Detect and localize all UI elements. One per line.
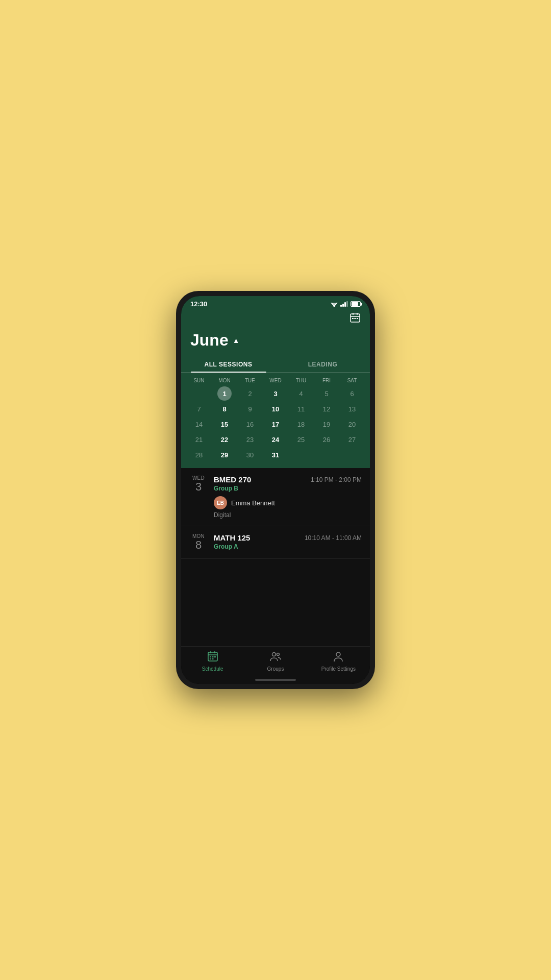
tutor-row: EB Emma Bennett [214,496,362,509]
svg-rect-19 [212,658,213,659]
svg-point-21 [277,653,279,656]
calendar-section: June ▲ ALL SESSIONS LEADING SUN MON TUE [181,310,370,468]
session-item[interactable]: WED 3 BMED 270 1:10 PM - 2:00 PM Group B… [181,468,370,526]
phone-screen: 12:30 [181,296,370,684]
session-details: BMED 270 1:10 PM - 2:00 PM Group B EB Em… [214,475,362,519]
nav-schedule-label: Schedule [202,666,223,672]
calendar-top-row [181,310,370,326]
nav-profile-label: Profile Settings [321,666,356,672]
groups-icon [269,651,282,665]
day-header-thu: THU [288,377,314,384]
session-time: 10:10 AM - 11:00 AM [305,534,362,542]
session-details: MATH 125 10:10 AM - 11:00 AM Group A [214,533,362,550]
calendar-day[interactable]: 27 [345,432,359,447]
svg-rect-9 [355,318,356,319]
session-date: MON 8 [189,533,208,551]
sessions-list[interactable]: WED 3 BMED 270 1:10 PM - 2:00 PM Group B… [181,468,370,646]
home-bar [255,679,296,681]
calendar-day[interactable]: 6 [345,386,359,401]
calendar-day[interactable]: 3 [268,386,283,401]
calendar-day[interactable]: 17 [268,417,283,431]
calendar-grid: SUN MON TUE WED THU FRI SAT 123456789101… [181,373,370,468]
svg-rect-8 [352,318,354,319]
calendar-day[interactable]: 26 [319,432,334,447]
calendar-day[interactable]: 23 [243,432,257,447]
tab-all-sessions[interactable]: ALL SESSIONS [181,357,276,372]
session-group: Group A [214,543,362,550]
calendar-day[interactable]: 14 [192,417,206,431]
calendar-day[interactable]: 2 [243,386,257,401]
calendar-day[interactable]: 9 [243,402,257,416]
person-icon [333,651,343,665]
svg-rect-16 [212,656,213,657]
calendar-day[interactable]: 24 [268,432,283,447]
day-header-wed: WED [263,377,288,384]
calendar-day[interactable]: 15 [217,417,232,431]
calendar-day[interactable] [192,386,206,401]
session-day-num: 3 [189,481,208,493]
calendar-day[interactable]: 19 [319,417,334,431]
calendar-day[interactable]: 28 [192,448,206,462]
session-group: Group B [214,485,362,492]
calendar-day[interactable]: 5 [319,386,334,401]
calendar-day[interactable]: 1 [217,386,232,401]
phone-frame: 12:30 [176,291,375,689]
day-header-fri: FRI [314,377,339,384]
day-headers: SUN MON TUE WED THU FRI SAT [186,377,365,384]
nav-groups[interactable]: Groups [244,647,307,677]
session-item[interactable]: MON 8 MATH 125 10:10 AM - 11:00 AM Group… [181,526,370,559]
nav-profile[interactable]: Profile Settings [307,647,370,677]
bottom-nav: Schedule Groups [181,646,370,677]
svg-rect-15 [210,656,211,657]
signal-icon [340,301,348,307]
session-time: 1:10 PM - 2:00 PM [311,476,362,483]
status-icons [331,301,361,307]
calendar-day[interactable]: 18 [294,417,308,431]
schedule-icon [207,651,218,665]
calendar-day[interactable] [294,448,308,462]
session-top-row: BMED 270 1:10 PM - 2:00 PM [214,475,362,484]
svg-rect-10 [357,318,358,319]
status-bar: 12:30 [181,296,370,310]
calendar-icon-button[interactable] [349,312,361,326]
calendar-days: 1234567891011121314151617181920212223242… [186,386,365,462]
calendar-day[interactable]: 21 [192,432,206,447]
calendar-day[interactable]: 16 [243,417,257,431]
day-header-sat: SAT [339,377,365,384]
calendar-day[interactable]: 4 [294,386,308,401]
calendar-day[interactable]: 31 [268,448,283,462]
calendar-day[interactable]: 20 [345,417,359,431]
month-row: June ▲ [181,326,370,350]
calendar-day[interactable]: 30 [243,448,257,462]
tab-leading[interactable]: LEADING [276,357,370,372]
calendar-day[interactable] [319,448,334,462]
month-title[interactable]: June ▲ [190,331,361,350]
calendar-day[interactable]: 22 [217,432,232,447]
calendar-day[interactable] [345,448,359,462]
nav-groups-label: Groups [267,666,284,672]
session-type: Digital [214,511,362,519]
svg-rect-17 [214,656,216,657]
tabs-row: ALL SESSIONS LEADING [181,357,370,373]
battery-icon [350,301,361,307]
calendar-day[interactable]: 29 [217,448,232,462]
calendar-day[interactable]: 13 [345,402,359,416]
nav-schedule[interactable]: Schedule [181,647,244,677]
wifi-icon [331,301,338,307]
calendar-day[interactable]: 12 [319,402,334,416]
session-day-num: 8 [189,539,208,551]
day-header-mon: MON [212,377,237,384]
month-arrow: ▲ [233,336,240,345]
calendar-day[interactable]: 8 [217,402,232,416]
calendar-day[interactable]: 11 [294,402,308,416]
tutor-name: Emma Bennett [231,499,275,507]
day-header-sun: SUN [186,377,212,384]
svg-point-22 [336,652,340,656]
calendar-day[interactable]: 25 [294,432,308,447]
home-indicator [181,677,370,684]
calendar-day[interactable]: 10 [268,402,283,416]
svg-point-20 [272,653,276,656]
month-name: June [190,331,229,350]
calendar-day[interactable]: 7 [192,402,206,416]
status-time: 12:30 [190,300,207,308]
